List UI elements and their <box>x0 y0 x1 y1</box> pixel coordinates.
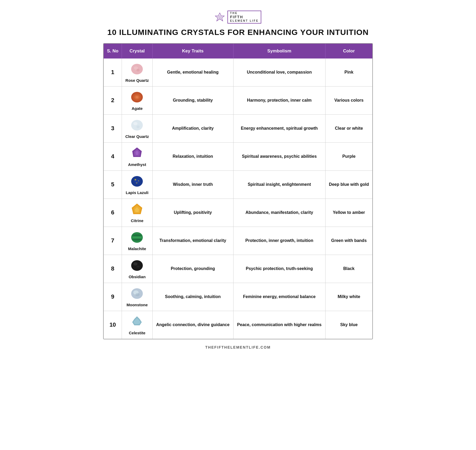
svg-point-4 <box>136 69 140 71</box>
row-symbolism: Abundance, manifestation, clarity <box>233 199 325 227</box>
crystal-image <box>130 118 144 133</box>
table-container: S. No Crystal Key Traits Symbolism Color… <box>103 43 373 339</box>
svg-marker-34 <box>133 318 141 324</box>
row-sno: 4 <box>104 142 122 170</box>
row-crystal: Lapis Lazuli <box>122 170 153 199</box>
table-row: 5Lapis LazuliWisdom, inner truthSpiritua… <box>104 170 372 199</box>
row-crystal: Celestite <box>122 311 153 339</box>
table-row: 9MoonstoneSoothing, calming, intuitionFe… <box>104 283 372 311</box>
table-row: 3Clear QuartzAmplification, clarityEnerg… <box>104 114 372 142</box>
crystal-name: Lapis Lazuli <box>126 190 149 195</box>
svg-point-11 <box>136 125 140 128</box>
header-sno: S. No <box>104 44 122 58</box>
footer-text: THEFIFTHELEMENTLIFE.COM <box>103 345 373 349</box>
row-key-traits: Amplification, clarity <box>152 114 233 142</box>
logo-the: THE <box>230 12 238 15</box>
svg-point-26 <box>132 238 142 241</box>
header-key-traits: Key Traits <box>152 44 233 58</box>
crystal-image <box>130 146 144 161</box>
table-row: 7MalachiteTransformation, emotional clar… <box>104 227 372 255</box>
row-crystal: Moonstone <box>122 283 153 311</box>
row-crystal: Agate <box>122 86 153 114</box>
crystal-name: Clear Quartz <box>125 134 149 139</box>
table-row: 2AgateGrounding, stabilityHarmony, prote… <box>104 86 372 114</box>
row-crystal: Amethyst <box>122 142 153 170</box>
row-symbolism: Harmony, protection, inner calm <box>233 86 325 114</box>
logo-text: THE FIFTH ELEMENT LIFE <box>227 11 261 24</box>
crystal-image <box>130 259 144 273</box>
row-key-traits: Uplifting, positivity <box>152 199 233 227</box>
row-symbolism: Peace, communication with higher realms <box>233 311 325 339</box>
row-symbolism: Spiritual insight, enlightenment <box>233 170 325 199</box>
svg-point-10 <box>133 122 138 125</box>
row-key-traits: Relaxation, intuition <box>152 142 233 170</box>
row-key-traits: Soothing, calming, intuition <box>152 283 233 311</box>
crystal-name: Amethyst <box>128 162 146 167</box>
table-row: 8ObsidianProtection, groundingPsychic pr… <box>104 255 372 283</box>
row-symbolism: Protection, inner growth, intuition <box>233 227 325 255</box>
row-sno: 1 <box>104 58 122 87</box>
logo-fifth: FIFTH <box>230 15 243 19</box>
row-sno: 9 <box>104 283 122 311</box>
header-symbolism: Symbolism <box>233 44 325 58</box>
row-symbolism: Feminine energy, emotional balance <box>233 283 325 311</box>
crystal-name: Citrine <box>131 218 144 223</box>
crystals-table: S. No Crystal Key Traits Symbolism Color… <box>104 44 372 339</box>
svg-point-29 <box>136 266 140 268</box>
svg-point-25 <box>132 236 142 238</box>
row-color: Black <box>325 255 372 283</box>
main-title: 10 ILLUMINATING CRYSTALS FOR ENHANCING Y… <box>103 28 373 37</box>
crystal-image <box>130 202 144 217</box>
row-sno: 2 <box>104 86 122 114</box>
row-sno: 7 <box>104 227 122 255</box>
row-symbolism: Energy enhancement, spiritual growth <box>233 114 325 142</box>
row-key-traits: Grounding, stability <box>152 86 233 114</box>
row-color: Pink <box>325 58 372 87</box>
row-color: Green with bands <box>325 227 372 255</box>
svg-point-19 <box>134 179 140 183</box>
row-crystal: Obsidian <box>122 255 153 283</box>
row-color: Sky blue <box>325 311 372 339</box>
row-crystal: Citrine <box>122 199 153 227</box>
crystal-image <box>130 315 144 330</box>
crystal-image <box>130 90 144 105</box>
header-crystal: Crystal <box>122 44 153 58</box>
row-sno: 8 <box>104 255 122 283</box>
table-row: 4AmethystRelaxation, intuitionSpiritual … <box>104 142 372 170</box>
row-crystal: Clear Quartz <box>122 114 153 142</box>
crystal-image <box>130 174 144 189</box>
table-row: 10CelestiteAngelic connection, divine gu… <box>104 311 372 339</box>
logo-icon <box>215 12 225 22</box>
crystal-image <box>130 231 144 245</box>
logo-element-life: ELEMENT LIFE <box>230 19 259 22</box>
svg-point-27 <box>131 260 143 271</box>
svg-point-8 <box>136 96 138 98</box>
row-color: Various colors <box>325 86 372 114</box>
row-symbolism: Spiritual awareness, psychic abilities <box>233 142 325 170</box>
logo-area: THE FIFTH ELEMENT LIFE <box>103 11 373 24</box>
row-crystal: Rose Quartz <box>122 58 153 87</box>
row-color: Deep blue with gold <box>325 170 372 199</box>
crystal-name: Rose Quartz <box>125 78 149 83</box>
row-color: Milky white <box>325 283 372 311</box>
row-key-traits: Protection, grounding <box>152 255 233 283</box>
row-key-traits: Gentle, emotional healing <box>152 58 233 87</box>
row-symbolism: Psychic protection, truth-seeking <box>233 255 325 283</box>
row-sno: 6 <box>104 199 122 227</box>
table-header-row: S. No Crystal Key Traits Symbolism Color <box>104 44 372 58</box>
crystal-image <box>130 287 144 302</box>
row-key-traits: Transformation, emotional clarity <box>152 227 233 255</box>
row-color: Yellow to amber <box>325 199 372 227</box>
crystal-name: Agate <box>132 106 143 111</box>
row-key-traits: Angelic connection, divine guidance <box>152 311 233 339</box>
svg-point-32 <box>135 293 140 296</box>
table-body: 1Rose QuartzGentle, emotional healingUnc… <box>104 58 372 339</box>
crystal-name: Moonstone <box>126 303 148 307</box>
row-key-traits: Wisdom, inner truth <box>152 170 233 199</box>
row-color: Clear or white <box>325 114 372 142</box>
row-symbolism: Unconditional love, compassion <box>233 58 325 87</box>
svg-point-9 <box>131 120 143 130</box>
crystal-name: Celestite <box>129 331 145 335</box>
svg-point-28 <box>133 262 138 266</box>
row-color: Purple <box>325 142 372 170</box>
